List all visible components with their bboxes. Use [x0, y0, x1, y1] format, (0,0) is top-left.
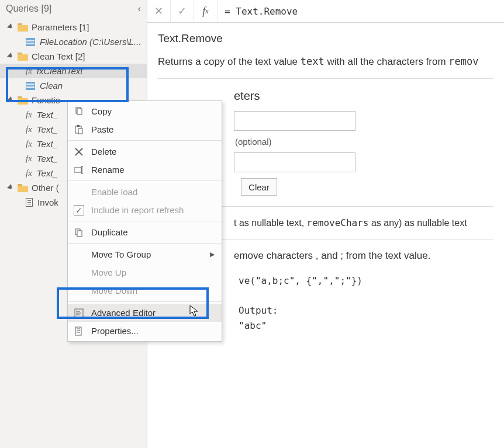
duplicate-icon [73, 226, 85, 239]
group-label: Clean Text [2] [32, 51, 85, 61]
fx-icon: fx [26, 110, 32, 120]
menu-label: Move Down [91, 286, 137, 296]
table-icon [26, 38, 35, 46]
table-icon [26, 82, 35, 90]
advanced-editor-icon [73, 307, 85, 319]
group-label: Other ( [32, 183, 59, 193]
doc-title: Text.Remove [158, 32, 493, 45]
svg-rect-12 [77, 231, 82, 237]
svg-rect-3 [77, 125, 80, 127]
commit-formula-button[interactable]: ✓ [171, 0, 194, 22]
menu-separator [68, 180, 222, 181]
menu-move-to-group[interactable]: Move To Group ▶ [68, 245, 222, 263]
svg-rect-4 [78, 129, 82, 134]
sidebar-header: Queries [9] ‹ [0, 0, 147, 18]
blank-icon [73, 186, 85, 199]
doc-description: Returns a copy of the text value text wi… [158, 55, 493, 68]
menu-label: Include in report refresh [91, 205, 184, 215]
delete-icon [73, 145, 85, 158]
formula-input[interactable] [218, 0, 504, 22]
query-label: Text_ [37, 139, 58, 149]
caret-icon [7, 23, 15, 31]
menu-label: Duplicate [91, 227, 128, 237]
menu-label: Properties... [91, 326, 139, 336]
code-line: ve("a,b;c", {",",";"}) [239, 273, 493, 289]
caret-icon [7, 96, 15, 104]
doc-desc-code: text [301, 55, 325, 67]
param-input-1[interactable] [234, 111, 355, 131]
query-label: Text_ [37, 110, 58, 120]
fx-icon: fx [26, 124, 32, 134]
menu-separator [68, 243, 222, 244]
menu-label: Enable load [91, 187, 137, 197]
group-parameters[interactable]: Parameters [1] [0, 20, 147, 34]
query-clean[interactable]: Clean [0, 78, 147, 93]
svg-rect-17 [75, 327, 81, 335]
query-label: fxCleanText [37, 66, 83, 76]
submenu-arrow-icon: ▶ [210, 251, 215, 258]
query-label: Text_ [37, 124, 58, 134]
signature-text: as any) as nullable text [368, 218, 467, 228]
menu-label: Rename [91, 165, 125, 175]
blank-icon [73, 248, 85, 261]
copy-icon [73, 105, 85, 118]
menu-label: Move Up [91, 268, 126, 277]
fx-icon: fx [26, 168, 32, 178]
menu-move-down[interactable]: Move Down [68, 282, 222, 300]
caret-icon [7, 183, 15, 192]
menu-properties[interactable]: Properties... [68, 322, 222, 340]
heading-text: eters [234, 89, 260, 102]
menu-move-up[interactable]: Move Up [68, 263, 222, 282]
menu-label: Advanced Editor [91, 308, 156, 318]
query-label: Text_ [37, 154, 58, 164]
doc-desc-code: remov [448, 55, 478, 67]
signature-text: t as nullable text, [234, 218, 307, 228]
query-fxcleantext[interactable]: fx fxCleanText [0, 64, 147, 78]
menu-rename[interactable]: Rename [68, 161, 222, 179]
output-value: "abc" [239, 318, 493, 334]
collapse-icon[interactable]: ‹ [138, 4, 141, 14]
svg-rect-7 [74, 168, 81, 172]
fx-icon: fx [194, 0, 218, 22]
example-text: emove characters , and ; from the text v… [234, 250, 430, 261]
group-label: Functio [32, 95, 60, 105]
output-label: Output: [239, 303, 493, 318]
menu-copy[interactable]: Copy [68, 102, 222, 120]
menu-include-refresh[interactable]: ✓ Include in report refresh [68, 201, 222, 219]
blank-icon [73, 266, 85, 279]
cancel-formula-button[interactable]: ✕ [147, 0, 171, 22]
blank-icon [73, 284, 85, 297]
fx-icon: fx [26, 66, 32, 76]
query-label: Text_ [37, 168, 58, 178]
param-input-2[interactable] [234, 152, 355, 172]
query-label: FileLocation (C:\Users\L... [40, 37, 141, 47]
properties-icon [73, 325, 85, 338]
formula-bar: ✕ ✓ fx [147, 0, 504, 23]
fx-icon: fx [26, 139, 32, 149]
paste-icon [73, 123, 85, 136]
folder-icon [18, 184, 28, 192]
rename-icon [73, 164, 85, 176]
doc-desc-text: with all the characters from [325, 56, 449, 67]
menu-label: Copy [91, 106, 112, 116]
group-label: Parameters [1] [32, 22, 89, 32]
query-label: Clean [40, 81, 63, 91]
menu-separator [68, 301, 222, 302]
query-filelocation[interactable]: FileLocation (C:\Users\L... [0, 34, 147, 49]
menu-advanced-editor[interactable]: Advanced Editor [68, 304, 222, 322]
document-icon [26, 198, 33, 207]
signature-code: removeChars [307, 217, 369, 228]
group-cleantext[interactable]: Clean Text [2] [0, 49, 147, 64]
folder-icon [18, 96, 28, 105]
context-menu: Copy Paste Delete Rename Enable load ✓ I… [67, 100, 222, 342]
menu-delete[interactable]: Delete [68, 143, 222, 161]
menu-label: Paste [91, 124, 113, 134]
menu-duplicate[interactable]: Duplicate [68, 223, 222, 241]
query-label: Invok [37, 197, 58, 207]
clear-button[interactable]: Clear [241, 178, 277, 196]
menu-paste[interactable]: Paste [68, 120, 222, 138]
menu-enable-load[interactable]: Enable load [68, 183, 222, 201]
svg-rect-1 [77, 109, 82, 114]
folder-icon [18, 23, 28, 32]
optional-label: (optional) [235, 137, 272, 147]
